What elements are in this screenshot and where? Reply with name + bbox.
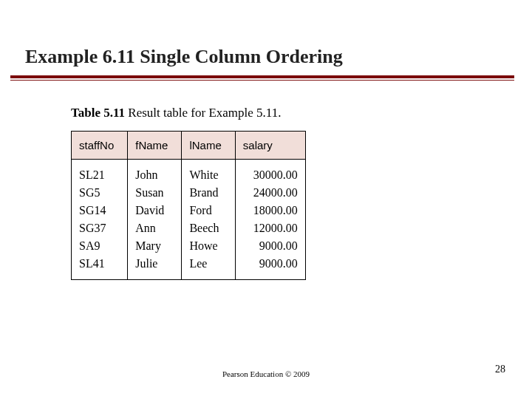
table-row: SL41 Julie Lee 9000.00 [72, 255, 306, 280]
cell-lname: Howe [182, 237, 235, 255]
cell-fname: David [128, 202, 182, 219]
cell-staffno: SG37 [72, 219, 128, 237]
table-caption-label: Table 5.11 [71, 106, 125, 120]
cell-fname: Ann [128, 219, 182, 237]
cell-salary: 30000.00 [235, 160, 305, 185]
cell-staffno: SG14 [72, 202, 128, 219]
slide-title: Example 6.11 Single Column Ordering [25, 46, 343, 68]
cell-salary: 18000.00 [235, 202, 305, 219]
cell-fname: Mary [128, 237, 182, 255]
title-underline-thin [10, 80, 514, 81]
title-underline [10, 75, 514, 78]
result-table: staffNo fName lName salary SL21 John Whi… [71, 131, 306, 280]
col-header-fname: fName [128, 132, 182, 160]
table-header-row: staffNo fName lName salary [72, 132, 306, 160]
table-row: SG14 David Ford 18000.00 [72, 202, 306, 219]
cell-fname: Julie [128, 255, 182, 280]
cell-lname: Brand [182, 184, 235, 202]
cell-lname: Lee [182, 255, 235, 280]
table-body: SL21 John White 30000.00 SG5 Susan Brand… [72, 160, 306, 280]
table-caption: Table 5.11 Result table for Example 5.11… [71, 106, 306, 120]
cell-staffno: SL41 [72, 255, 128, 280]
table-area: Table 5.11 Result table for Example 5.11… [71, 106, 306, 280]
col-header-staffno: staffNo [72, 132, 128, 160]
cell-staffno: SA9 [72, 237, 128, 255]
footer-credit: Pearson Education © 2009 [0, 369, 532, 378]
cell-fname: Susan [128, 184, 182, 202]
cell-salary: 24000.00 [235, 184, 305, 202]
table-row: SA9 Mary Howe 9000.00 [72, 237, 306, 255]
cell-lname: Beech [182, 219, 235, 237]
page-number: 28 [495, 364, 505, 375]
cell-fname: John [128, 160, 182, 185]
table-row: SL21 John White 30000.00 [72, 160, 306, 185]
col-header-lname: lName [182, 132, 235, 160]
cell-lname: Ford [182, 202, 235, 219]
cell-staffno: SG5 [72, 184, 128, 202]
table-row: SG37 Ann Beech 12000.00 [72, 219, 306, 237]
col-header-salary: salary [235, 132, 305, 160]
cell-lname: White [182, 160, 235, 185]
cell-salary: 9000.00 [235, 255, 305, 280]
cell-salary: 12000.00 [235, 219, 305, 237]
table-caption-rest: Result table for Example 5.11. [125, 106, 281, 120]
cell-staffno: SL21 [72, 160, 128, 185]
cell-salary: 9000.00 [235, 237, 305, 255]
table-row: SG5 Susan Brand 24000.00 [72, 184, 306, 202]
